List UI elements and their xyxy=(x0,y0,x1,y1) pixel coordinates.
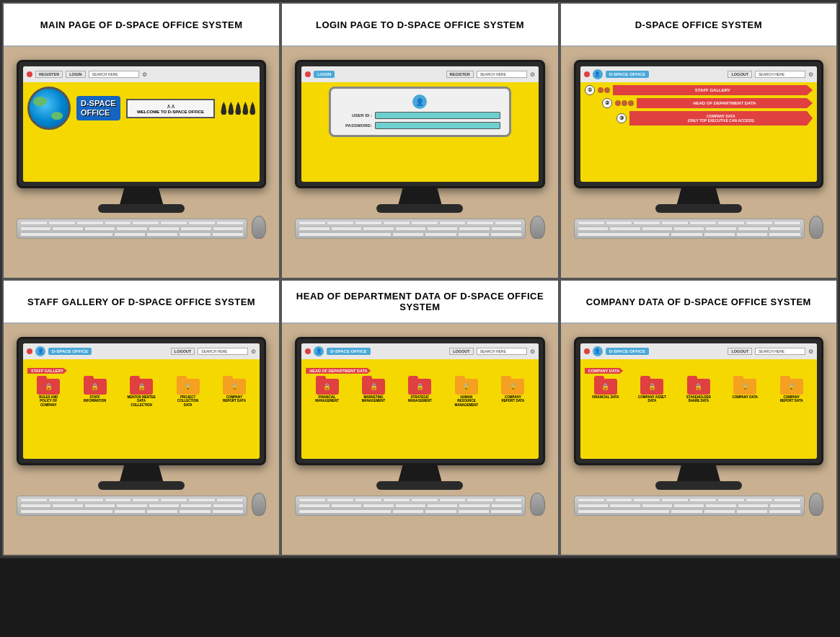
folder-rules[interactable]: 🔒 RULES AND POLICY OF COMPANY xyxy=(34,376,63,407)
lock-icon-marketing: 🔒 xyxy=(370,383,378,390)
menu-item-company: ③ COMPANY DATA(ONLY TOP EXECUTIVE CAN AC… xyxy=(585,111,813,126)
monitor-stand-hod xyxy=(398,465,441,481)
mouse-login xyxy=(530,216,544,239)
monitor-base-hod xyxy=(376,481,463,490)
folder-company-asset[interactable]: 🔒 COMPANY ASSET DATA xyxy=(637,376,666,403)
lock-icon-hr: 🔒 xyxy=(462,383,470,390)
gear-icon-hod[interactable]: ⚙ xyxy=(530,348,535,355)
folder-label-mentor: MENTOR MENTEE DATA COLLECTION xyxy=(127,395,156,407)
nav-dot-company xyxy=(584,348,590,354)
search-bar-main[interactable]: SEARCH HERE xyxy=(89,71,139,78)
logout-btn-staff[interactable]: LOGOUT xyxy=(171,348,195,355)
folder-icon-marketing: 🔒 xyxy=(362,376,385,395)
folder-financial-data[interactable]: 🔒 FINANCIAL DATA xyxy=(591,376,620,403)
folder-company-data-sub[interactable]: 🔒 COMPANY DATA xyxy=(730,376,759,403)
folder-icon-staff-info: 🔒 xyxy=(84,376,107,395)
cell-company-data: COMPANY DATA OF D-SPACE OFFICE SYSTEM 👤 … xyxy=(560,279,838,556)
search-bar-company[interactable]: SEARCH HERE xyxy=(755,348,805,355)
lock-icon-financial-data: 🔒 xyxy=(601,383,609,390)
gear-icon-company[interactable]: ⚙ xyxy=(808,348,813,355)
register-btn[interactable]: REGISTER xyxy=(35,71,63,78)
folder-financial-mgmt[interactable]: 🔒 FINANCIAL MANAGEMENT xyxy=(313,376,342,407)
lock-icon-company-report-staff: 🔒 xyxy=(231,383,239,390)
keyboard-company xyxy=(574,496,805,516)
cell-head-dept: HEAD OF DEPARTMENT DATA OF D-SPACE OFFIC… xyxy=(280,279,559,556)
screen-main: REGISTER LOGIN SEARCH HERE ⚙ D-SPACE OFF… xyxy=(23,66,260,182)
password-input[interactable] xyxy=(375,122,500,129)
folder-icon-company-data-sub: 🔒 xyxy=(733,376,756,395)
staff-gallery-title: STAFF GALLERY xyxy=(27,368,67,374)
screen-hod: 👤 D-SPACE OFFICE LOGOUT SEARCH HERE ⚙ HE… xyxy=(301,343,538,459)
cell-dspace-system: D-SPACE OFFICE SYSTEM 👤 D-SPACE OFFICE L… xyxy=(560,2,838,279)
keyboard-staff xyxy=(17,496,247,516)
user-avatar: 👤 xyxy=(412,95,427,109)
hod-folder-grid: 🔒 FINANCIAL MANAGEMENT 🔒 xyxy=(306,376,534,407)
monitor-stand-staff xyxy=(120,465,163,481)
search-bar-login[interactable]: SEARCH HERE xyxy=(477,71,527,78)
cell-title-dspace: D-SPACE OFFICE SYSTEM xyxy=(561,4,836,47)
cell-title-hod: HEAD OF DEPARTMENT DATA OF D-SPACE OFFIC… xyxy=(282,281,557,324)
monitor-main: REGISTER LOGIN SEARCH HERE ⚙ D-SPACE OFF… xyxy=(17,60,266,188)
register-btn-login[interactable]: REGISTER xyxy=(446,71,474,78)
nav-dot xyxy=(27,71,32,77)
screen-login: LOGIN REGISTER SEARCH HERE ⚙ 👤 USER ID : xyxy=(301,66,538,182)
monitor-stand xyxy=(120,188,163,204)
cell-login-page: LOGIN PAGE TO D-SPACE OFFICE SYSTEM LOGI… xyxy=(280,2,559,279)
screen-nav-login: LOGIN REGISTER SEARCH HERE ⚙ xyxy=(301,66,538,82)
folder-hr[interactable]: 🔒 HUMAN RESOURCE MANAGEMENT xyxy=(452,376,481,407)
screen-nav-staff: 👤 D-SPACE OFFICE LOGOUT SEARCH HERE ⚙ xyxy=(23,343,260,359)
user-avatar-hod: 👤 xyxy=(314,346,324,356)
hod-btn[interactable]: HEAD OF DEPARTMENT DATA xyxy=(637,98,813,108)
folder-icon-company-asset: 🔒 xyxy=(640,376,663,395)
mouse-staff xyxy=(252,493,266,516)
menu-badge-3: ③ xyxy=(616,113,627,123)
logout-btn-company[interactable]: LOGOUT xyxy=(728,348,752,355)
monitor-stand-login xyxy=(398,188,441,204)
lock-icon-mentor: 🔒 xyxy=(138,383,146,390)
mouse-dspace xyxy=(809,216,823,239)
gallery-screen-body-hod: HEAD OF DEPARTMENT DATA 🔒 FINANCIAL MANA… xyxy=(301,359,538,410)
folder-strategic[interactable]: 🔒 STRATEGIC MANAGEMENT xyxy=(405,376,434,407)
screen-nav-main: REGISTER LOGIN SEARCH HERE ⚙ xyxy=(23,66,260,82)
folder-icon-fin-mgmt: 🔒 xyxy=(316,376,339,395)
dspace-logo-pill: D-SPACE OFFICE xyxy=(606,71,649,78)
search-bar-dspace[interactable]: SEARCH HERE xyxy=(755,71,805,78)
folder-label-stakeholder: STAKEHOLDER SHARE DATA xyxy=(684,395,713,403)
folder-staff-info[interactable]: 🔒 STAFF INFORMATION xyxy=(81,376,110,407)
menu-item-hod: ② HEAD OF DEPARTMENT DATA xyxy=(585,98,813,108)
folder-company-report-company[interactable]: 🔒 COMPANY REPORT DATA xyxy=(777,376,806,403)
monitor-scene-hod: 👤 D-SPACE OFFICE LOGOUT SEARCH HERE ⚙ HE… xyxy=(282,324,557,555)
lock-icon-strategic: 🔒 xyxy=(416,383,424,390)
gear-icon[interactable]: ⚙ xyxy=(142,71,147,78)
folder-marketing[interactable]: 🔒 MARKETING MANAGEMENT xyxy=(359,376,388,407)
folder-company-report-staff[interactable]: 🔒 COMPANY REPORT DATA xyxy=(220,376,249,407)
gear-icon-staff[interactable]: ⚙ xyxy=(251,348,256,355)
cell-title-company: COMPANY DATA OF D-SPACE OFFICE SYSTEM xyxy=(561,281,836,324)
nav-dot-staff xyxy=(27,348,32,354)
gear-icon-login[interactable]: ⚙ xyxy=(530,71,535,78)
login-btn[interactable]: LOGIN xyxy=(66,71,85,78)
logout-btn-hod[interactable]: LOGOUT xyxy=(449,348,474,355)
user-avatar-dspace: 👤 xyxy=(593,69,603,79)
folder-company-report-hod[interactable]: 🔒 COMPANY REPORT DATA xyxy=(498,376,527,407)
monitor-staff: 👤 D-SPACE OFFICE LOGOUT SEARCH HERE ⚙ ST… xyxy=(17,337,266,465)
staff-gallery-btn[interactable]: STAFF GALLERY xyxy=(613,85,813,95)
folder-label-financial-data: FINANCIAL DATA xyxy=(592,395,619,399)
folder-mentor[interactable]: 🔒 MENTOR MENTEE DATA COLLECTION xyxy=(127,376,156,407)
folder-label-company-report-staff: COMPANY REPORT DATA xyxy=(220,395,249,403)
gear-icon-dspace[interactable]: ⚙ xyxy=(808,71,813,78)
logout-btn-dspace[interactable]: LOGOUT xyxy=(728,71,752,78)
folder-project[interactable]: 🔒 PROJECT COLLECTION DATA xyxy=(174,376,203,407)
folder-icon-company-report-staff: 🔒 xyxy=(223,376,246,395)
search-bar-staff[interactable]: SEARCH HERE xyxy=(198,348,248,355)
cell-title-login: LOGIN PAGE TO D-SPACE OFFICE SYSTEM xyxy=(282,4,557,47)
search-bar-hod[interactable]: SEARCH HERE xyxy=(477,348,527,355)
monitor-base-dspace xyxy=(655,204,742,213)
globe-graphic xyxy=(27,87,71,130)
folder-stakeholder[interactable]: 🔒 STAKEHOLDER SHARE DATA xyxy=(684,376,713,403)
userid-input[interactable] xyxy=(375,112,500,119)
lock-icon-company-report-hod: 🔒 xyxy=(509,383,517,390)
company-btn[interactable]: COMPANY DATA(ONLY TOP EXECUTIVE CAN ACCE… xyxy=(629,111,813,126)
monitor-scene-login: LOGIN REGISTER SEARCH HERE ⚙ 👤 USER ID : xyxy=(282,47,557,278)
nav-dot-dspace xyxy=(584,71,590,77)
